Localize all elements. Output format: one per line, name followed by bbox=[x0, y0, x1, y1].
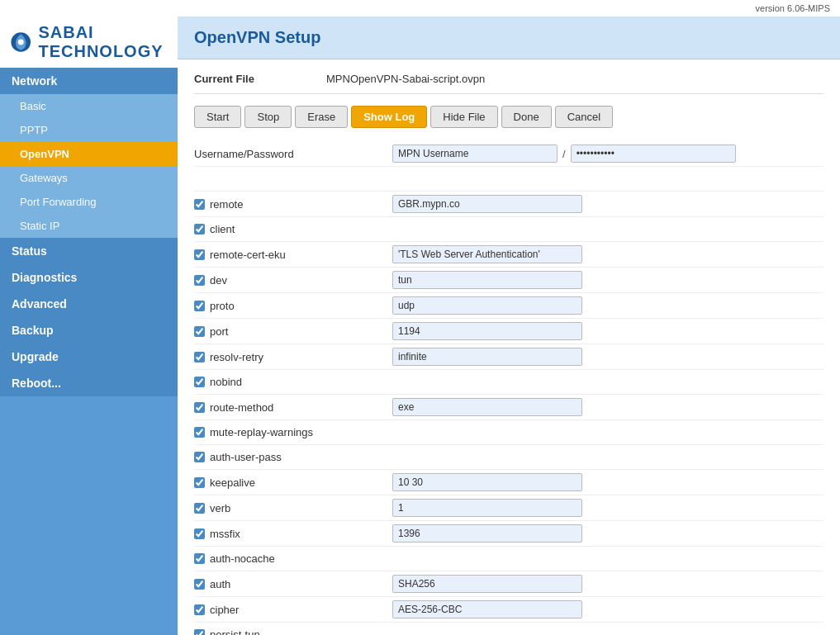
field-row-client: client bbox=[194, 217, 823, 242]
input-port[interactable] bbox=[392, 322, 582, 340]
logo-text: SABAI TECHNOLOGY bbox=[38, 23, 168, 61]
show-log-button[interactable]: Show Log bbox=[351, 106, 427, 128]
checkbox-auth[interactable] bbox=[194, 579, 205, 590]
checkbox-persist-tun[interactable] bbox=[194, 629, 205, 635]
sidebar-top-items: StatusDiagnosticsAdvancedBackupUpgradeRe… bbox=[0, 238, 178, 396]
page-header: OpenVPN Setup bbox=[178, 17, 840, 59]
field-check-persist-tun: persist-tun bbox=[194, 628, 392, 635]
input-verb[interactable] bbox=[392, 499, 582, 517]
checkbox-auth-user-pass[interactable] bbox=[194, 452, 205, 462]
sidebar-item-diagnostics[interactable]: Diagnostics bbox=[0, 264, 178, 291]
input-route-method[interactable] bbox=[392, 398, 582, 416]
svg-point-1 bbox=[18, 40, 24, 45]
start-button[interactable]: Start bbox=[194, 106, 241, 128]
checkbox-client[interactable] bbox=[194, 224, 205, 235]
erase-button[interactable]: Erase bbox=[295, 106, 348, 128]
checkbox-nobind[interactable] bbox=[194, 377, 205, 387]
checkbox-resolv-retry[interactable] bbox=[194, 352, 205, 363]
checkbox-mssfix[interactable] bbox=[194, 528, 205, 539]
content-area: Current File MPNOpenVPN-Sabai-script.ovp… bbox=[178, 59, 840, 635]
field-row-resolv-retry: resolv-retry bbox=[194, 344, 823, 370]
field-row-cipher: cipher bbox=[194, 597, 823, 623]
field-label-route-method: route-method bbox=[210, 401, 273, 414]
input-remote-cert-eku[interactable] bbox=[392, 245, 582, 263]
sidebar-item-gateways[interactable]: Gateways bbox=[0, 166, 178, 190]
field-check-keepalive: keepalive bbox=[194, 476, 392, 489]
checkbox-cipher[interactable] bbox=[194, 604, 205, 615]
field-label-mssfix: mssfix bbox=[210, 528, 240, 540]
field-row-auth-user-pass: auth-user-pass bbox=[194, 445, 823, 470]
field-check-mute-replay-warnings: mute-replay-warnings bbox=[194, 426, 392, 438]
checkbox-mute-replay-warnings[interactable] bbox=[194, 427, 205, 438]
sidebar: SABAI TECHNOLOGY Network BasicPPTPOpenVP… bbox=[0, 17, 178, 635]
stop-button[interactable]: Stop bbox=[244, 106, 292, 128]
field-row-verb: verb bbox=[194, 495, 823, 521]
field-row-port: port bbox=[194, 319, 823, 344]
sidebar-item-pptp[interactable]: PPTP bbox=[0, 118, 178, 142]
field-row-dev: dev bbox=[194, 268, 823, 293]
hide-file-button[interactable]: Hide File bbox=[430, 106, 497, 128]
sidebar-item-static-ip[interactable]: Static IP bbox=[0, 214, 178, 238]
sidebar-item-upgrade[interactable]: Upgrade bbox=[0, 344, 178, 370]
username-label: Username/Password bbox=[194, 148, 392, 160]
field-row-username-password bbox=[194, 167, 823, 192]
input-keepalive[interactable] bbox=[392, 473, 582, 491]
main-content: OpenVPN Setup Current File MPNOpenVPN-Sa… bbox=[178, 17, 840, 635]
sidebar-item-openvpn[interactable]: OpenVPN bbox=[0, 142, 178, 166]
checkbox-verb[interactable] bbox=[194, 503, 205, 514]
input-proto[interactable] bbox=[392, 296, 582, 315]
field-label-client: client bbox=[210, 223, 235, 235]
field-label-keepalive: keepalive bbox=[210, 476, 255, 489]
field-label-persist-tun: persist-tun bbox=[210, 628, 260, 635]
input-resolv-retry[interactable] bbox=[392, 348, 582, 366]
field-row-auth: auth bbox=[194, 571, 823, 597]
field-row-proto: proto bbox=[194, 293, 823, 319]
field-label-auth-nocache: auth-nocache bbox=[210, 552, 275, 565]
password-input[interactable] bbox=[571, 145, 736, 163]
sidebar-item-reboot[interactable]: Reboot... bbox=[0, 370, 178, 396]
done-button[interactable]: Done bbox=[501, 106, 552, 128]
input-mssfix[interactable] bbox=[392, 524, 582, 543]
sidebar-network-items: BasicPPTPOpenVPNGatewaysPort ForwardingS… bbox=[0, 94, 178, 238]
sidebar-item-status[interactable]: Status bbox=[0, 238, 178, 264]
checkbox-remote[interactable] bbox=[194, 199, 205, 210]
sidebar-section-network[interactable]: Network bbox=[0, 68, 178, 94]
sidebar-item-backup[interactable]: Backup bbox=[0, 317, 178, 344]
button-row: Start Stop Erase Show Log Hide File Done… bbox=[194, 106, 823, 128]
input-cipher[interactable] bbox=[392, 600, 582, 618]
field-label-proto: proto bbox=[210, 300, 235, 312]
input-remote[interactable] bbox=[392, 195, 582, 213]
checkbox-dev[interactable] bbox=[194, 275, 205, 286]
field-check-remote-cert-eku: remote-cert-eku bbox=[194, 249, 392, 261]
field-check-cipher: cipher bbox=[194, 604, 392, 616]
field-row-mute-replay-warnings: mute-replay-warnings bbox=[194, 420, 823, 445]
cancel-button[interactable]: Cancel bbox=[555, 106, 613, 128]
field-row-remote-cert-eku: remote-cert-eku bbox=[194, 242, 823, 268]
input-dev[interactable] bbox=[392, 271, 582, 289]
logo-area: SABAI TECHNOLOGY bbox=[0, 17, 178, 68]
field-check-mssfix: mssfix bbox=[194, 528, 392, 540]
checkbox-route-method[interactable] bbox=[194, 402, 205, 413]
field-check-auth: auth bbox=[194, 578, 392, 590]
current-file-row: Current File MPNOpenVPN-Sabai-script.ovp… bbox=[194, 73, 823, 94]
checkbox-auth-nocache[interactable] bbox=[194, 553, 205, 564]
field-check-client: client bbox=[194, 223, 392, 235]
checkbox-proto[interactable] bbox=[194, 301, 205, 311]
checkbox-port[interactable] bbox=[194, 326, 205, 337]
sidebar-item-advanced[interactable]: Advanced bbox=[0, 291, 178, 317]
field-label-dev: dev bbox=[210, 274, 227, 287]
field-label-auth-user-pass: auth-user-pass bbox=[210, 451, 282, 463]
username-input[interactable] bbox=[392, 145, 558, 163]
checkbox-remote-cert-eku[interactable] bbox=[194, 249, 205, 260]
field-row-username-password: Username/Password / bbox=[194, 141, 823, 167]
sidebar-item-basic[interactable]: Basic bbox=[0, 94, 178, 118]
field-label-remote: remote bbox=[210, 198, 243, 211]
sidebar-item-port-forwarding[interactable]: Port Forwarding bbox=[0, 190, 178, 214]
checkbox-keepalive[interactable] bbox=[194, 477, 205, 488]
page-title: OpenVPN Setup bbox=[194, 28, 823, 47]
input-auth[interactable] bbox=[392, 575, 582, 593]
field-row-route-method: route-method bbox=[194, 395, 823, 420]
field-check-resolv-retry: resolv-retry bbox=[194, 351, 392, 363]
field-check-nobind: nobind bbox=[194, 376, 392, 388]
logo-icon bbox=[10, 26, 31, 58]
